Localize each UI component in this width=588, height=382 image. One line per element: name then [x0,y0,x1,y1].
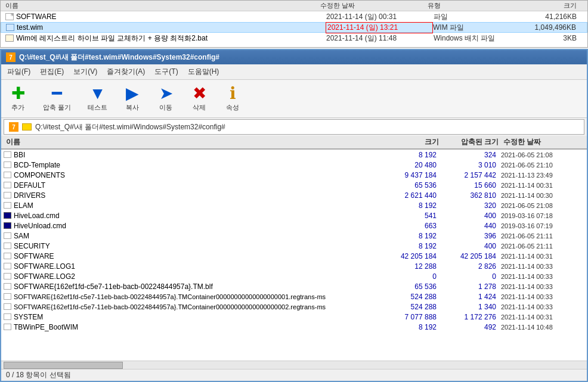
file-modified: 2021-11-14 00:30 [501,192,584,199]
table-row[interactable]: COMPONENTS 9 437 184 2 157 442 2021-11-1… [1,170,587,180]
menu-file[interactable]: 파일(F) [4,66,34,78]
delete-icon: ✖ [193,85,206,102]
file-modified: 2021-11-14 10:48 [501,324,584,331]
add-button[interactable]: ✚ 추가 [6,84,30,113]
file-modified: 2021-11-14 00:33 [501,263,584,270]
copy-button[interactable]: ▶ 복사 [120,84,144,113]
table-row[interactable]: SOFTWARE{162ef1fd-c5e7-11eb-bacb-0022484… [1,281,587,291]
file-compressed: 42 205 184 [441,252,501,260]
file-size: 524 288 [382,293,441,301]
file-list-header: 이름 크기 압축된 크기 수정한 날짜 [1,136,587,150]
file-name: SAM [4,232,382,240]
delete-label: 삭제 [193,103,206,112]
list-item[interactable]: test.wim 2021-11-14 (일) 13:21 WIM 파일 1,0… [1,22,587,33]
col-name-header[interactable]: 이름 [4,137,382,147]
file-size: 8 192 [382,201,441,210]
file-size: 8 192 [382,151,441,159]
table-row[interactable]: DEFAULT 65 536 15 660 2021-11-14 00:31 [1,180,587,190]
file-name: DRIVERS [4,191,382,200]
file-compressed: 15 660 [441,181,501,190]
menu-view[interactable]: 보기(V) [70,66,101,78]
table-row[interactable]: SECURITY 8 192 400 2021-06-05 21:11 [1,241,587,251]
test-label: 테스트 [88,103,107,112]
file-size: 65 536 [382,181,441,190]
file-icon [4,243,11,249]
table-row[interactable]: SOFTWARE 42 205 184 42 205 184 2021-11-1… [1,251,587,261]
file-list[interactable]: BBI 8 192 324 2021-06-05 21:08 BCD-Templ… [1,150,587,370]
table-row[interactable]: SOFTWARE{162ef1fd-c5e7-11eb-bacb-0022484… [1,291,587,302]
table-row[interactable]: SYSTEM 7 077 888 1 172 276 2021-11-14 00… [1,312,587,322]
file-compressed: 320 [441,201,501,210]
menu-tools[interactable]: 도구(T) [151,66,181,78]
file-size: 3KB [523,34,583,42]
table-row[interactable]: HiveLoad.cmd 541 400 2019-03-16 07:18 [1,210,587,220]
table-row[interactable]: TBWinPE_BootWIM 8 192 492 2021-11-14 10:… [1,322,587,332]
top-col-size-header: 크기 [517,1,583,10]
table-row[interactable]: BBI 8 192 324 2021-06-05 21:08 [1,150,587,160]
table-row[interactable]: SOFTWARE{162ef1fd-c5e7-11eb-bacb-0022484… [1,302,587,312]
top-col-type-header: 유형 [428,1,517,10]
file-size: 8 192 [382,323,441,331]
file-compressed: 1 340 [441,303,501,311]
list-item[interactable]: SOFTWARE 2021-11-14 (일) 00:31 파일 41,216K… [1,11,587,22]
file-name: SOFTWARE.LOG1 [4,262,382,271]
address-bar[interactable]: 7 Q:\#test_Q#\새 폴더#test.wim#Windows#Syst… [4,119,584,135]
col-compressed-header[interactable]: 압축된 크기 [441,137,501,147]
file-compressed: 362 810 [441,191,501,200]
file-icon [4,293,11,300]
top-title: 이름 [5,1,18,10]
file-icon [4,192,11,198]
info-icon: ℹ [230,85,236,102]
horizontal-scrollbar[interactable] [1,361,587,369]
table-row[interactable]: SOFTWARE.LOG1 12 288 2 826 2021-11-14 00… [1,261,587,271]
file-modified: 2021-06-05 21:08 [501,202,584,209]
file-name: SOFTWARE{162ef1fd-c5e7-11eb-bacb-0022484… [4,282,382,291]
file-modified: 2021-11-14 00:33 [501,293,584,300]
file-name: BBI [4,151,382,159]
file-icon [4,263,11,269]
file-name: Wim에 레지스트리 하이브 파일 교체하기 + 용량 최적화2.bat [5,33,326,44]
move-label: 이동 [159,103,172,112]
menu-favorites[interactable]: 즐겨찾기(A) [103,66,148,78]
menu-edit[interactable]: 편집(E) [36,66,67,78]
file-modified: 2021-06-05 21:08 [501,151,584,159]
info-button[interactable]: ℹ 속성 [221,84,245,113]
file-modified: 2021-11-14 00:33 [501,283,584,290]
file-size: 2 621 440 [382,191,441,200]
file-size: 663 [382,222,441,230]
table-row[interactable]: SOFTWARE.LOG2 0 0 2021-11-14 00:33 [1,271,587,281]
file-icon [4,232,11,239]
file-size: 41,216KB [523,13,583,21]
table-row[interactable]: HiveUnload.cmd 663 440 2019-03-16 07:19 [1,220,587,231]
file-size: 20 480 [382,161,441,169]
file-size: 65 536 [382,282,441,291]
file-icon [4,182,11,188]
file-compressed: 400 [441,212,501,220]
main-window: 7 Q:\#test_Q#\새 폴더#test.wim#Windows#Syst… [0,49,588,382]
table-row[interactable]: DRIVERS 2 621 440 362 810 2021-11-14 00:… [1,190,587,200]
status-bar: 0 / 18 항목이 선택됨 [1,369,587,381]
file-name: SOFTWARE [5,13,326,21]
file-size: 8 192 [382,232,441,240]
file-date: 2021-11-14 (일) 11:48 [326,33,434,44]
scrollbar-thumb[interactable] [4,362,123,369]
file-size: 524 288 [382,303,441,311]
file-name: SOFTWARE{162ef1fd-c5e7-11eb-bacb-0022484… [4,303,382,310]
file-size: 1,049,496KB [522,23,582,32]
col-modified-header[interactable]: 수정한 날짜 [501,137,584,147]
table-row[interactable]: SAM 8 192 396 2021-06-05 21:11 [1,231,587,241]
test-button[interactable]: ▼ 테스트 [84,84,111,113]
extract-label: 압축 풀기 [43,103,71,112]
menu-help[interactable]: 도움말(H) [184,66,223,78]
move-button[interactable]: ➤ 이동 [154,84,178,113]
table-row[interactable]: ELAM 8 192 320 2021-06-05 21:08 [1,200,587,210]
table-row[interactable]: BCD-Template 20 480 3 010 2021-06-05 21:… [1,160,587,170]
delete-button[interactable]: ✖ 삭제 [187,84,211,113]
file-icon [4,303,11,310]
list-item[interactable]: Wim에 레지스트리 하이브 파일 교체하기 + 용량 최적화2.bat 202… [1,33,587,44]
file-size: 0 [382,272,441,281]
col-size-header[interactable]: 크기 [382,137,441,147]
window-title: Q:\#test_Q#\새 폴더#test.wim#Windows#System… [19,52,219,63]
extract-button[interactable]: ━ 압축 풀기 [39,84,75,113]
file-type: 파일 [434,12,523,22]
